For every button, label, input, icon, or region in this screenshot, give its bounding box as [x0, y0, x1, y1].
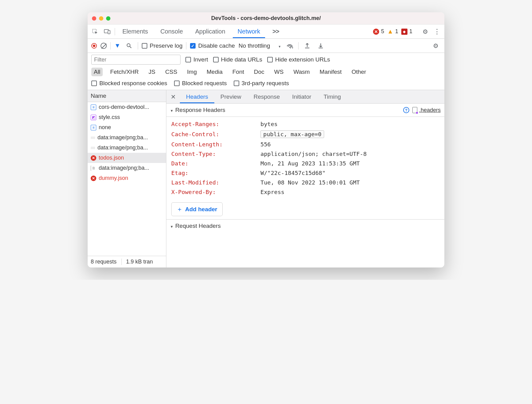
header-row: Last-Modified:Tue, 08 Nov 2022 15:00:01 … [171, 178, 439, 187]
warning-icon[interactable]: ▲ [387, 28, 393, 35]
request-name: todos.json [99, 155, 124, 161]
request-headers-section[interactable]: Request Headers [166, 219, 444, 232]
settings-icon[interactable] [420, 27, 430, 37]
response-headers-section[interactable]: Response Headers ? .headers [166, 104, 444, 117]
hide-data-urls-checkbox[interactable]: Hide data URLs [213, 56, 262, 63]
request-row[interactable]: ✕todos.json [88, 153, 166, 163]
header-row: X-Powered-By:Express [171, 187, 439, 197]
request-row[interactable]: data:image/png;ba... [88, 143, 166, 153]
filter-input[interactable] [91, 55, 181, 65]
export-har-icon[interactable] [316, 41, 326, 51]
request-list: ≡cors-demo-devtool...◩style.css≡nonedata… [88, 102, 166, 256]
issue-count: 1 [409, 28, 412, 35]
tab-initiator[interactable]: Initiator [286, 90, 317, 103]
third-party-checkbox[interactable]: 3rd-party requests [234, 80, 289, 87]
search-icon[interactable] [124, 41, 134, 51]
type-chip-other[interactable]: Other [349, 68, 369, 76]
tab-elements[interactable]: Elements [117, 25, 153, 38]
maximize-window[interactable] [106, 16, 110, 21]
error-icon[interactable]: ✕ [373, 29, 379, 35]
header-row: Date:Mon, 21 Aug 2023 11:53:35 GMT [171, 159, 439, 168]
network-conditions-icon[interactable] [285, 41, 295, 51]
invert-checkbox[interactable]: Invert [185, 56, 208, 63]
checkbox-icon [234, 81, 239, 86]
tab-headers[interactable]: Headers [180, 90, 214, 103]
type-chip-ws[interactable]: WS [272, 68, 286, 76]
separator [138, 42, 138, 50]
network-toolbar: ▼ Preserve log Disable cache No throttli… [88, 39, 444, 53]
blocked-cookies-checkbox[interactable]: Blocked response cookies [91, 80, 167, 87]
request-row[interactable]: 🗎data:image/png;ba... [88, 163, 166, 173]
request-row[interactable]: ≡cors-demo-devtool... [88, 102, 166, 112]
tab-preview[interactable]: Preview [214, 90, 248, 103]
svg-point-6 [290, 46, 293, 49]
type-chip-wasm[interactable]: Wasm [291, 68, 312, 76]
header-key: Content-Length: [171, 141, 260, 148]
file-link-text: .headers [419, 107, 441, 113]
issues-icon[interactable]: ◆ [401, 29, 407, 35]
close-window[interactable] [92, 16, 96, 21]
tab-network[interactable]: Network [233, 25, 265, 38]
request-row[interactable]: ≡none [88, 122, 166, 133]
record-icon[interactable] [91, 43, 97, 49]
disclosure-triangle-icon [170, 223, 175, 229]
blocked-requests-checkbox[interactable]: Blocked requests [174, 80, 227, 87]
type-chip-js[interactable]: JS [146, 68, 158, 76]
devtools-window: DevTools - cors-demo-devtools.glitch.me/… [88, 12, 444, 267]
more-menu-icon[interactable] [432, 27, 442, 37]
throttling-value: No throttling [239, 42, 270, 49]
request-row[interactable]: ◩style.css [88, 112, 166, 122]
throttling-select[interactable]: No throttling [239, 42, 270, 49]
header-row: Content-Type:application/json; charset=U… [171, 149, 439, 159]
disable-cache-checkbox[interactable]: Disable cache [190, 42, 235, 49]
headers-file-link[interactable]: .headers [412, 107, 441, 113]
list-header-name[interactable]: Name [88, 90, 166, 102]
invert-label: Invert [193, 56, 208, 63]
header-value: W/"22c-18457c15d68" [260, 170, 326, 176]
header-key: Date: [171, 160, 260, 167]
request-row[interactable]: ✕dummy.json [88, 173, 166, 183]
header-value: Tue, 08 Nov 2022 15:00:01 GMT [260, 179, 360, 186]
request-name: data:image/png;ba... [97, 145, 148, 151]
tab-timing[interactable]: Timing [317, 90, 347, 103]
clear-icon[interactable] [101, 43, 107, 49]
tab-response[interactable]: Response [247, 90, 286, 103]
tabs-overflow[interactable]: >> [268, 25, 284, 38]
chevron-down-icon[interactable] [278, 42, 281, 49]
detail-panel: ✕ Headers Preview Response Initiator Tim… [166, 90, 444, 267]
svg-point-3 [127, 44, 130, 47]
network-settings-icon[interactable] [431, 41, 441, 51]
preserve-log-checkbox[interactable]: Preserve log [142, 42, 183, 49]
hide-extension-urls-checkbox[interactable]: Hide extension URLs [267, 56, 330, 63]
close-detail-icon[interactable]: ✕ [166, 93, 180, 101]
type-chip-all[interactable]: All [91, 68, 103, 76]
filter-toggle-icon[interactable]: ▼ [114, 42, 121, 49]
header-key: Cache-Control: [171, 131, 260, 137]
request-row[interactable]: data:image/png;ba... [88, 133, 166, 143]
type-chip-manifest[interactable]: Manifest [317, 68, 344, 76]
type-chip-css[interactable]: CSS [163, 68, 180, 76]
third-party-label: 3rd-party requests [242, 80, 289, 87]
add-header-button[interactable]: ＋ Add header [171, 202, 223, 216]
header-value[interactable]: public, max-age=0 [260, 130, 324, 138]
help-icon[interactable]: ? [403, 107, 409, 113]
type-chip-font[interactable]: Font [230, 68, 247, 76]
type-chip-img[interactable]: Img [185, 68, 199, 76]
blocked-cookies-label: Blocked response cookies [99, 80, 167, 87]
tab-application[interactable]: Application [190, 25, 230, 38]
device-toggle-icon[interactable] [102, 27, 112, 37]
import-har-icon[interactable] [302, 41, 312, 51]
type-chip-fetchxhr[interactable]: Fetch/XHR [108, 68, 141, 76]
header-row: Content-Length:556 [171, 140, 439, 149]
plus-icon: ＋ [177, 205, 183, 213]
svg-point-5 [289, 47, 290, 48]
type-chip-doc[interactable]: Doc [252, 68, 267, 76]
tab-console[interactable]: Console [155, 25, 188, 38]
warning-count: 1 [395, 28, 398, 35]
checkbox-icon [185, 57, 191, 62]
type-filters: AllFetch/XHRJSCSSImgMediaFontDocWSWasmMa… [88, 66, 444, 79]
checkbox-icon [91, 81, 97, 86]
type-chip-media[interactable]: Media [204, 68, 225, 76]
minimize-window[interactable] [99, 16, 103, 21]
inspect-icon[interactable] [90, 27, 100, 37]
